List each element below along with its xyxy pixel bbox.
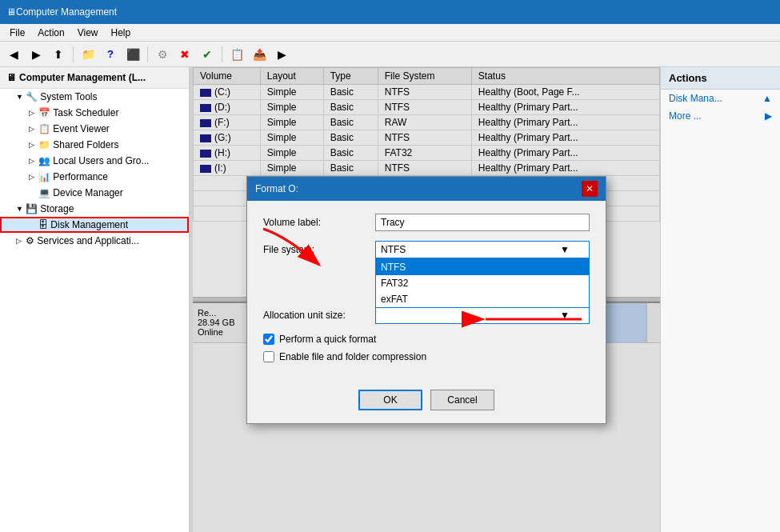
expand-task: ▷ [29,109,38,117]
action-more-arrow: ▶ [765,110,772,122]
sidebar-header-text: Computer Management (L... [19,72,146,83]
sidebar-item-event-viewer[interactable]: ▷ 📋 Event Viewer [0,121,189,137]
compression-row: Enable file and folder compression [263,351,590,362]
menu-help[interactable]: Help [105,26,138,40]
storage-icon: 💾 [26,203,38,214]
sidebar: 🖥 Computer Management (L... ▼ 🔧 System T… [0,67,190,532]
users-label: Local Users and Gro... [53,155,149,166]
event-label: Event Viewer [53,123,109,134]
fs-option-exfat[interactable]: exFAT [376,291,589,307]
expand-services: ▷ [16,237,26,245]
sidebar-item-local-users[interactable]: ▷ 👥 Local Users and Gro... [0,153,189,169]
shared-label: Shared Folders [53,139,118,150]
disk-icon: 🗄 [38,219,48,230]
services-icon: ⚙ [26,235,34,246]
shared-icon: 📁 [38,139,50,150]
toolbar-delete[interactable]: ✖ [174,45,195,64]
menu-view[interactable]: View [71,26,105,40]
toolbar-up[interactable]: ⬆ [48,45,69,64]
toolbar-sep3 [222,46,222,62]
file-system-select[interactable]: NTFS ▼ [375,241,590,258]
dropdown-chevron: ▼ [560,244,570,255]
system-tools-icon: 🔧 [26,91,38,102]
sidebar-item-system-tools[interactable]: ▼ 🔧 System Tools [0,89,189,105]
allocation-row: Allocation unit size: ▼ [263,306,590,324]
sidebar-item-services[interactable]: ▷ ⚙ Services and Applicati... [0,233,189,249]
dialog-close-btn[interactable]: ✕ [582,181,598,197]
quick-format-label[interactable]: Perform a quick format [279,334,376,345]
sidebar-item-storage[interactable]: ▼ 💾 Storage [0,201,189,217]
file-system-label: File system: [263,244,375,255]
task-icon: 📅 [38,107,50,118]
file-system-select-wrapper: NTFS ▼ NTFS FAT32 exFAT [375,241,590,258]
toolbar-help[interactable]: ? [100,45,121,64]
file-system-dropdown: NTFS FAT32 exFAT [375,258,590,308]
expand-storage: ▼ [16,205,26,213]
sidebar-header: 🖥 Computer Management (L... [0,67,189,89]
toolbar-view1[interactable]: ⬛ [122,45,143,64]
toolbar-refresh[interactable]: 📤 [249,45,270,64]
volume-label-text: Volume label: [263,217,375,228]
expand-users: ▷ [29,157,38,165]
system-tools-label: System Tools [40,91,97,102]
toolbar-forward[interactable]: ▶ [26,45,46,64]
menu-file[interactable]: File [3,26,31,40]
action-more[interactable]: More ... ▶ [661,107,780,125]
fs-option-ntfs[interactable]: NTFS [376,259,589,275]
content-area: Volume Layout Type File System Status (C… [193,67,660,532]
toolbar-show-hide[interactable]: 📁 [78,45,98,64]
toolbar-more[interactable]: ▶ [271,45,292,64]
sidebar-item-device-manager[interactable]: 💻 Device Manager [0,185,189,201]
toolbar-run[interactable]: ⚙ [152,45,173,64]
menu-action[interactable]: Action [31,26,70,40]
action-disk-arrow: ▲ [762,93,772,104]
volume-label-row: Volume label: [263,214,590,231]
dialog-body: Volume label: File system: NTFS ▼ [247,201,606,382]
action-disk-label: Disk Mana... [669,93,722,104]
dialog-buttons: OK Cancel [247,382,606,423]
allocation-label: Allocation unit size: [263,310,375,321]
toolbar-check[interactable]: ✔ [197,45,218,64]
sidebar-item-disk-management[interactable]: 🗄 Disk Management [0,217,189,233]
sidebar-item-performance[interactable]: ▷ 📊 Performance [0,169,189,185]
perf-label: Performance [53,171,108,182]
toolbar-back[interactable]: ◀ [3,45,24,64]
expand-perf: ▷ [29,173,38,181]
format-dialog: Format O: ✕ Volume label: File system: [246,176,606,424]
services-label: Services and Applicati... [37,235,138,246]
sidebar-item-task-scheduler[interactable]: ▷ 📅 Task Scheduler [0,105,189,121]
title-bar: 🖥 Computer Management [0,0,780,24]
action-disk-mana[interactable]: Disk Mana... ▲ [661,90,780,107]
compression-checkbox[interactable] [263,351,274,362]
cancel-button[interactable]: Cancel [430,390,494,410]
dialog-title: Format O: [255,183,298,194]
title-bar-icon: 🖥 [6,6,16,18]
toolbar-export[interactable]: 📋 [226,45,247,64]
ok-button[interactable]: OK [358,390,422,410]
quick-format-row: Perform a quick format [263,334,590,345]
toolbar-sep2 [147,46,148,62]
title-bar-text: Computer Management [16,6,117,18]
dialog-titlebar: Format O: ✕ [247,177,606,201]
allocation-select[interactable]: ▼ [375,306,590,324]
file-system-row: File system: NTFS ▼ NTFS FAT32 exFAT [263,241,590,258]
sidebar-item-shared-folders[interactable]: ▷ 📁 Shared Folders [0,137,189,153]
perf-icon: 📊 [38,171,50,182]
fs-option-fat32[interactable]: FAT32 [376,275,589,291]
menu-bar: File Action View Help [0,24,780,42]
compression-label[interactable]: Enable file and folder compression [279,351,426,362]
expand-event: ▷ [29,125,38,133]
allocation-select-wrapper: ▼ [375,306,590,324]
storage-label: Storage [40,203,74,214]
volume-label-input[interactable] [375,214,590,231]
users-icon: 👥 [38,155,50,166]
event-icon: 📋 [38,123,50,134]
actions-header: Actions [661,67,780,90]
expand-shared: ▷ [29,141,38,149]
quick-format-checkbox[interactable] [263,334,274,345]
dev-icon: 💻 [38,187,50,198]
expand-disk [29,221,38,229]
action-more-label: More ... [669,110,702,122]
task-label: Task Scheduler [53,107,118,118]
main-container: 🖥 Computer Management (L... ▼ 🔧 System T… [0,67,780,532]
